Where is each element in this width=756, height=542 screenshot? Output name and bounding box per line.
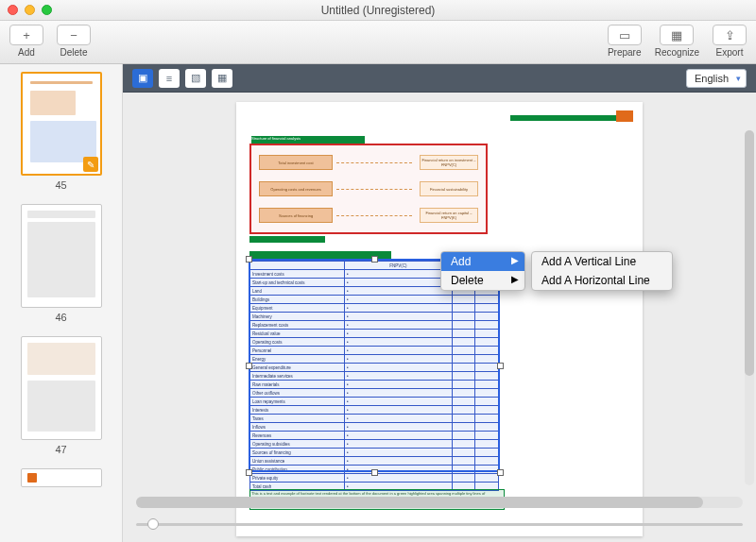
table-row: Revenues• xyxy=(250,432,499,440)
table-icon: ▦ xyxy=(217,72,227,84)
export-icon: ⇪ xyxy=(725,28,735,42)
selection-handle[interactable] xyxy=(371,256,378,263)
table-row: Other outflows• xyxy=(250,389,499,398)
selection-handle[interactable] xyxy=(497,469,504,476)
language-selected: English xyxy=(695,73,729,84)
thumbnail-47[interactable]: 47 xyxy=(0,336,122,455)
add-label: Add xyxy=(18,47,35,58)
mode-text-button[interactable]: ≡ xyxy=(159,69,180,88)
table-row: Machinery• xyxy=(250,313,499,321)
table-colhead: FNPV(C) xyxy=(344,262,452,270)
table-row: Replacement costs• xyxy=(250,321,499,330)
thumbnail-sidebar[interactable]: ✎ 45 46 47 xyxy=(0,64,123,542)
delete-button[interactable]: − Delete xyxy=(57,25,91,58)
diagram-region[interactable]: Structure of financial analysis Total in… xyxy=(249,144,488,234)
table-row: Energy• xyxy=(250,355,499,364)
recognize-button[interactable]: ▦ Recognize xyxy=(655,25,699,58)
chevron-right-icon: ▶ xyxy=(511,274,519,284)
zoom-slider[interactable] xyxy=(136,516,743,533)
table-row: Equipment• xyxy=(250,304,499,313)
header-bar xyxy=(510,115,633,121)
ctx-delete[interactable]: Delete ▶ xyxy=(441,271,524,290)
thumbnail-45[interactable]: ✎ 45 xyxy=(0,72,122,191)
horizontal-scrollbar[interactable] xyxy=(136,497,743,508)
add-button[interactable]: + Add xyxy=(9,25,43,58)
ctx-add-horizontal[interactable]: Add A Horizontal Line xyxy=(532,271,672,290)
edit-badge-icon: ✎ xyxy=(83,157,98,172)
table-row: Sources of financing• xyxy=(250,449,499,457)
context-menu[interactable]: Add ▶ Delete ▶ xyxy=(440,251,525,291)
table-row: Operating costs• xyxy=(250,338,499,347)
table-row: Inflows• xyxy=(250,423,499,432)
diagram-footer xyxy=(249,236,325,243)
prepare-button[interactable]: ▭ Prepare xyxy=(608,25,642,58)
thumbnail-label: 47 xyxy=(55,444,66,455)
data-table[interactable]: FNPV(C)Investment costs•Start-up and tec… xyxy=(249,261,499,491)
ctx-add-vertical-label: Add A Vertical Line xyxy=(541,255,636,268)
titlebar: Untitled (Unregistered) xyxy=(0,0,756,21)
table-row: Interests• xyxy=(250,406,499,415)
flow-box: Financial return on capital – FNPV(K) xyxy=(420,208,478,223)
zoom-knob[interactable] xyxy=(147,518,159,530)
table-title xyxy=(249,251,391,259)
table-row: Raw materials• xyxy=(250,381,499,389)
flow-box: Financial sustainability xyxy=(420,181,478,196)
prepare-icon: ▭ xyxy=(619,28,630,42)
context-submenu[interactable]: Add A Vertical Line Add A Horizontal Lin… xyxy=(531,251,673,291)
selection-handle[interactable] xyxy=(246,363,252,369)
selection-handle[interactable] xyxy=(371,469,378,476)
thumbnail-46[interactable]: 46 xyxy=(0,204,122,323)
language-select[interactable]: English xyxy=(686,69,747,88)
document-canvas[interactable]: Structure of financial analysis Total in… xyxy=(123,93,756,542)
mode-table-button[interactable]: ▦ xyxy=(212,69,232,88)
table-row: Buildings• xyxy=(250,296,499,304)
table-row: Intermediate services• xyxy=(250,372,499,381)
pointer-icon: ▣ xyxy=(138,72,147,84)
thumbnail-label: 45 xyxy=(55,179,66,191)
flow-box: Sources of financing xyxy=(259,208,333,223)
diagram-title: Structure of financial analysis xyxy=(251,136,365,144)
page-view: Structure of financial analysis Total in… xyxy=(236,102,643,536)
ctx-delete-label: Delete xyxy=(451,274,484,287)
delete-label: Delete xyxy=(60,47,88,58)
view-mode-strip: ▣ ≡ ▧ ▦ English xyxy=(123,64,756,93)
selection-handle[interactable] xyxy=(497,363,504,369)
table-row: Taxes• xyxy=(250,415,499,423)
flow-box: Operating costs and revenues xyxy=(259,181,333,196)
selection-handle[interactable] xyxy=(246,469,252,476)
flow-box: Total investment cost xyxy=(259,155,333,170)
flow-box: Financial return on investment – FNPV(C) xyxy=(420,155,478,170)
export-button[interactable]: ⇪ Export xyxy=(713,25,747,58)
recognize-icon: ▦ xyxy=(671,28,682,42)
table-row: Residual value• xyxy=(250,330,499,338)
table-row: Loan repayments• xyxy=(250,398,499,406)
plus-icon: + xyxy=(23,28,30,42)
table-row: General expenditure• xyxy=(250,364,499,372)
thumbnail-label: 46 xyxy=(55,312,66,323)
image-icon: ▧ xyxy=(191,72,200,84)
table-row: Personnel• xyxy=(250,347,499,355)
mode-layout-button[interactable]: ▣ xyxy=(132,69,153,88)
export-label: Export xyxy=(716,47,744,58)
window-title: Untitled (Unregistered) xyxy=(0,4,756,17)
ctx-add-horizontal-label: Add A Horizontal Line xyxy=(541,274,650,287)
ctx-add[interactable]: Add ▶ xyxy=(441,252,524,271)
thumbnail-48[interactable] xyxy=(0,468,122,487)
minus-icon: − xyxy=(70,28,77,42)
text-icon: ≡ xyxy=(166,73,172,84)
vertical-scrollbar[interactable] xyxy=(745,130,754,485)
table-row: Union assistance• xyxy=(250,457,499,466)
ctx-add-vertical[interactable]: Add A Vertical Line xyxy=(532,252,672,271)
header-page-badge xyxy=(616,110,633,122)
prepare-label: Prepare xyxy=(608,47,642,58)
chevron-right-icon: ▶ xyxy=(511,255,519,265)
ctx-add-label: Add xyxy=(451,255,471,268)
table-row: Operating subsidies• xyxy=(250,440,499,449)
toolbar: + Add − Delete ▭ Prepare ▦ Recognize ⇪ E… xyxy=(0,21,756,64)
selection-handle[interactable] xyxy=(246,256,252,263)
main-area: ▣ ≡ ▧ ▦ English Structure of financial a… xyxy=(123,64,756,542)
recognize-label: Recognize xyxy=(655,47,699,58)
mode-image-button[interactable]: ▧ xyxy=(185,69,206,88)
